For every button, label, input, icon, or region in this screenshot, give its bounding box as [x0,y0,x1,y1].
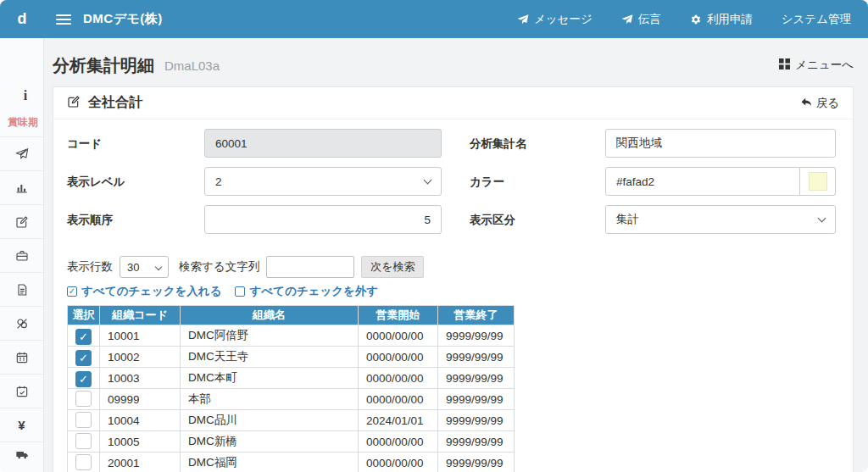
table-header-row: 選択 組織コード 組織名 営業開始 営業終了 [68,306,515,325]
color-label: カラー [470,167,605,196]
sidebar-item-analytics[interactable] [0,171,43,205]
company-title: DMCデモ(株) [83,11,163,27]
panel-body: コード 分析集計名 表示レベル [53,119,853,472]
analysis-name-label: 分析集計名 [470,129,605,158]
page-title: 分析集計明細 [53,54,154,77]
menu-link[interactable]: メニューへ [779,58,854,73]
list-controls: 表示行数 30 検索する文字列 次を検索 [67,256,839,278]
col-header-org-name: 組織名 [181,306,359,325]
coins-icon [15,317,29,330]
nav-item-messages[interactable]: メッセージ [517,12,593,27]
nav-item-system-admin[interactable]: システム管理 [782,12,851,27]
check-all-link[interactable]: すべてのチェックを入れる [67,284,221,299]
row-checkbox[interactable] [75,391,92,407]
reply-arrow-icon [800,96,813,111]
sidebar-item-shipping[interactable] [0,442,43,461]
page-header: 分析集計明細 DmaL03a メニューへ [53,50,854,81]
row-checkbox[interactable] [75,329,92,345]
yen-icon: ¥ [18,418,25,432]
search-string-input[interactable] [266,256,354,278]
row-checkbox[interactable] [75,412,92,428]
sidebar-item-send[interactable] [0,137,43,171]
nav-item-usage-request[interactable]: 利用申請 [690,12,753,27]
display-level-select[interactable]: 2 [204,167,442,196]
sidebar-item-yen[interactable]: ¥ [0,408,43,442]
gear-icon [690,14,702,25]
sidebar-item-schedule[interactable] [0,375,43,408]
color-preview-addon [800,167,836,196]
display-order-field[interactable] [204,205,442,234]
chevron-down-icon [155,264,162,270]
back-button[interactable]: 戻る [800,96,839,111]
rows-per-page-select[interactable]: 30 [120,256,169,278]
color-swatch [809,172,827,191]
search-next-button[interactable]: 次を検索 [361,256,424,278]
search-string-label: 検索する文字列 [179,259,259,275]
table-row: 10005 DMC新橋 0000/00/00 9999/99/99 [68,431,515,453]
col-header-close-date: 営業終了 [438,306,515,325]
edit-icon [15,215,29,229]
display-level-label: 表示レベル [67,167,204,196]
code-field[interactable] [204,129,442,158]
bulk-check-links: すべてのチェックを入れる すべてのチェックを外す [67,284,839,299]
row-checkbox[interactable] [75,454,92,470]
display-kubun-select[interactable]: 集計 [605,205,836,234]
detail-panel: 全社合計 戻る コード [53,86,854,472]
grid-icon [779,58,790,72]
page-code: DmaL03a [164,58,220,73]
hamburger-menu-icon[interactable] [56,12,71,27]
sidebar-item-entry[interactable] [0,205,43,239]
calendar-icon [15,351,29,364]
table-row: 10004 DMC品川 2024/01/01 9999/99/99 [68,410,515,431]
paper-plane-icon [621,14,633,25]
organization-table: 選択 組織コード 組織名 営業開始 営業終了 10001 DMC阿倍野 000 [67,305,515,472]
uncheck-all-link[interactable]: すべてのチェックを外す [235,284,378,299]
briefcase-icon [15,249,29,263]
main-content: 分析集計明細 DmaL03a メニューへ 全社合計 戻る [44,38,868,472]
truck-icon [15,448,29,462]
expiry-alert-text: 賞味期 [8,115,38,130]
row-checkbox[interactable] [75,433,92,449]
row-checkbox[interactable] [75,371,92,387]
calendar-check-icon [15,385,29,398]
sidebar-item-info[interactable]: i 賞味期 [0,38,43,137]
col-header-open-date: 営業開始 [359,306,438,325]
table-row: 10001 DMC阿倍野 0000/00/00 9999/99/99 [68,325,515,347]
sidebar-item-business[interactable] [0,239,43,273]
table-row: 10002 DMC天王寺 0000/00/00 9999/99/99 [68,347,515,368]
sidebar-item-documents[interactable] [0,273,43,307]
analysis-name-field[interactable] [605,129,836,158]
unchecked-box-icon [235,286,245,297]
app-window: d DMCデモ(株) メッセージ 伝言 利用申請 [0,0,868,472]
display-order-label: 表示順序 [67,205,204,234]
table-row: 10003 DMC本町 0000/00/00 9999/99/99 [68,368,515,389]
col-header-select: 選択 [68,306,100,325]
panel-header: 全社合計 戻る [53,87,853,119]
paper-plane-icon [517,14,529,25]
app-logo[interactable]: d [0,10,44,28]
sidebar-item-money[interactable] [0,307,43,341]
rows-per-page-label: 表示行数 [67,259,113,275]
bar-chart-icon [15,181,29,195]
panel-title: 全社合計 [88,94,142,112]
top-navbar: d DMCデモ(株) メッセージ 伝言 利用申請 [0,0,868,38]
document-icon [15,283,29,297]
color-field[interactable] [605,167,800,196]
sidebar: i 賞味期 [0,38,44,472]
table-row: 20001 DMC福岡 0000/00/00 9999/99/99 [68,453,515,472]
checked-box-icon [67,286,77,297]
display-kubun-label: 表示区分 [470,205,605,234]
paper-plane-icon [15,147,29,161]
table-row: 09999 本部 0000/00/00 9999/99/99 [68,389,515,410]
info-icon: i [24,88,27,103]
row-checkbox[interactable] [75,350,92,366]
nav-item-memo[interactable]: 伝言 [621,12,661,27]
edit-icon [67,95,81,111]
sidebar-item-calendar[interactable] [0,341,43,375]
code-label: コード [67,129,204,158]
col-header-org-code: 組織コード [100,306,181,325]
